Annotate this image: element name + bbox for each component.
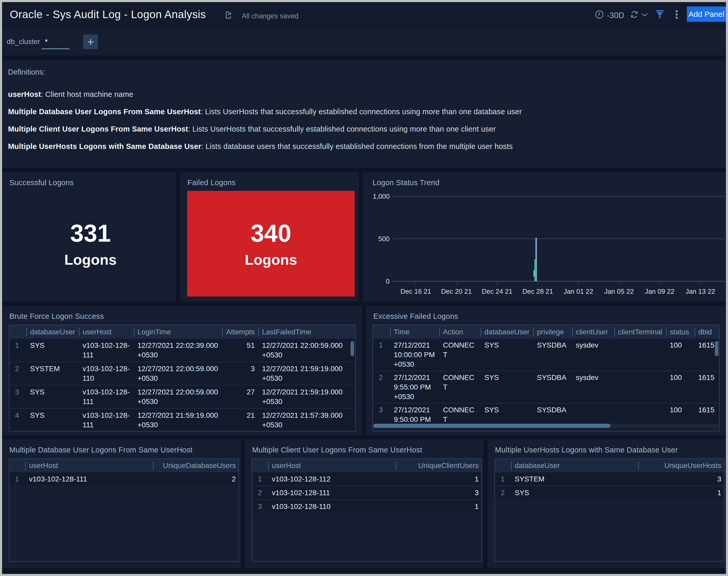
row-number: 3: [252, 499, 268, 513]
failed-logons-unit: Logons: [245, 251, 297, 268]
table-cell: 1615: [695, 371, 720, 403]
x-axis-label: Dec 16 21: [400, 287, 431, 295]
panel-title: Multiple UserHosts Logons with Same Data…: [495, 446, 678, 454]
column-header[interactable]: clientTerminal: [614, 325, 666, 339]
horizontal-scrollbar-thumb[interactable]: [373, 424, 610, 428]
table-row[interactable]: 1v103-102-128-1121: [252, 472, 482, 486]
table-cell: 21: [222, 408, 259, 431]
logon-status-trend-panel: Logon Status Trend 05001,000Dec 16 21Dec…: [363, 172, 726, 301]
column-separator: [439, 328, 440, 337]
vertical-scrollbar-thumb[interactable]: [715, 341, 719, 356]
kebab-menu-icon[interactable]: [675, 10, 678, 19]
variables-bar: db_cluster *: [2, 27, 726, 55]
column-header[interactable]: userHost: [25, 459, 153, 472]
table-cell: 12/27/2021 21:57:39.000 +0530: [259, 408, 356, 431]
refresh-icon[interactable]: [630, 10, 639, 19]
definitions-body: userHost: Client host machine nameMultip…: [8, 90, 719, 160]
vertical-scrollbar-thumb[interactable]: [351, 341, 354, 356]
column-header[interactable]: userHost: [79, 325, 134, 339]
multi-db-user-panel: Multiple Database User Logons From Same …: [2, 439, 241, 568]
add-variable-button[interactable]: [83, 34, 98, 49]
row-number: 3: [9, 385, 26, 408]
table-row[interactable]: 327/12/2021 9:50:00 PMCONNECTSYSSYSDBA10…: [373, 403, 720, 426]
table-row[interactable]: 127/12/2021 10:00:00 PM +0530CONNECTSYSS…: [373, 339, 720, 371]
panel-title: Successful Logons: [9, 178, 74, 187]
table-cell: v103-102-128-111: [79, 385, 134, 408]
table-row[interactable]: 3v103-102-128-1101: [252, 499, 482, 513]
column-separator: [511, 461, 512, 470]
table-row[interactable]: 1SYSTEM3: [495, 472, 724, 486]
column-header[interactable]: Attempts: [222, 325, 259, 339]
column-header[interactable]: userHost: [268, 459, 396, 472]
brute-force-panel: Brute Force Logon Success databaseUserus…: [2, 306, 362, 435]
save-status: All changes saved: [242, 12, 299, 20]
filter-icon[interactable]: [656, 10, 664, 19]
share-icon[interactable]: [224, 10, 234, 20]
definitions-panel: Definitions: userHost: Client host machi…: [2, 60, 726, 168]
trend-bar[interactable]: [534, 270, 535, 277]
add-panel-button[interactable]: Add Panel: [687, 6, 726, 22]
column-header[interactable]: privilege: [533, 325, 572, 339]
column-header[interactable]: LastFailedTime: [259, 325, 356, 339]
panel-title: Excessive Failed Logons: [373, 312, 458, 321]
table-header-row: databaseUseruserHostLoginTimeAttemptsLas…: [9, 325, 356, 339]
table-row[interactable]: 3SYSv103-102-128-11112/27/2021 22:00:59.…: [9, 385, 356, 408]
multi-client-user-panel: Multiple Client User Logons From Same Us…: [245, 439, 483, 568]
failed-logons-count: 340: [251, 219, 291, 247]
column-header[interactable]: UniqueClientUsers: [396, 459, 482, 472]
column-header[interactable]: LoginTime: [134, 325, 222, 339]
trend-chart[interactable]: 05001,000Dec 16 21Dec 20 21Dec 24 21Dec …: [363, 172, 726, 301]
table-cell: CONNECT: [439, 371, 481, 403]
time-range-label[interactable]: -30D: [607, 11, 624, 20]
horizontal-scrollbar[interactable]: [373, 424, 719, 428]
row-number: 2: [495, 486, 511, 499]
table-cell: [614, 339, 666, 371]
x-axis-label: Jan 01 22: [564, 287, 593, 295]
column-header[interactable]: clientUser: [572, 325, 614, 339]
column-header[interactable]: databaseUser: [481, 325, 533, 339]
table-cell: v103-102-128-111: [79, 408, 134, 431]
table-cell: CONNECT: [439, 339, 481, 371]
clock-icon[interactable]: [595, 9, 604, 20]
column-header[interactable]: UniqueUserHosts: [638, 459, 724, 472]
table-row[interactable]: 4SYSv103-102-128-11112/27/2021 21:59:19.…: [9, 408, 356, 431]
table-row[interactable]: 2SYS1: [495, 486, 724, 499]
table-cell: 3: [638, 472, 724, 486]
column-header[interactable]: Action: [439, 325, 481, 339]
column-separator: [481, 328, 481, 337]
column-header[interactable]: dbid: [695, 325, 720, 339]
table-cell: [614, 371, 666, 403]
row-number: 4: [9, 408, 26, 431]
row-number: 1: [9, 472, 25, 486]
column-header[interactable]: databaseUser: [26, 325, 79, 339]
column-header[interactable]: Time: [390, 325, 439, 339]
x-axis-label: Dec 28 21: [522, 287, 553, 295]
table-header-row: TimeActiondatabaseUserprivilegeclientUse…: [373, 325, 720, 339]
variable-value-input[interactable]: *: [42, 34, 70, 49]
column-header[interactable]: status: [666, 325, 695, 339]
column-separator: [259, 328, 259, 337]
table-row[interactable]: 2v103-102-128-1113: [252, 486, 482, 499]
table-row[interactable]: 1v103-102-128-1112: [9, 472, 239, 486]
failed-logons-panel: Failed Logons 340 Logons: [180, 172, 359, 301]
column-separator: [153, 461, 154, 470]
table-cell: v103-102-128-110: [79, 362, 134, 385]
table-cell: v103-102-128-111: [25, 472, 153, 486]
table-cell: SYSDBA: [533, 339, 572, 371]
variable-label: db_cluster: [7, 37, 40, 46]
table-row[interactable]: 1SYSv103-102-128-11112/27/2021 22:02:39.…: [9, 339, 356, 362]
table-cell: sysdev: [572, 339, 614, 371]
table-cell: 1615: [695, 403, 720, 426]
column-separator: [25, 461, 26, 470]
row-number: 1: [373, 339, 390, 371]
table-row[interactable]: 227/12/2021 9:55:00 PM +0530CONNECTSYSSY…: [373, 371, 720, 403]
table-cell: CONNECT: [439, 403, 481, 426]
row-number: 2: [373, 371, 390, 403]
chevron-down-icon[interactable]: [641, 13, 648, 17]
column-header[interactable]: databaseUser: [511, 459, 638, 472]
table-row[interactable]: 2SYSTEMv103-102-128-11012/27/2021 22:00:…: [9, 362, 356, 385]
brute-force-table: databaseUseruserHostLoginTimeAttemptsLas…: [9, 325, 356, 431]
table-cell: SYSDBA: [533, 403, 572, 426]
row-number-header: [9, 325, 26, 339]
column-header[interactable]: UniqueDatabaseUsers: [153, 459, 239, 472]
